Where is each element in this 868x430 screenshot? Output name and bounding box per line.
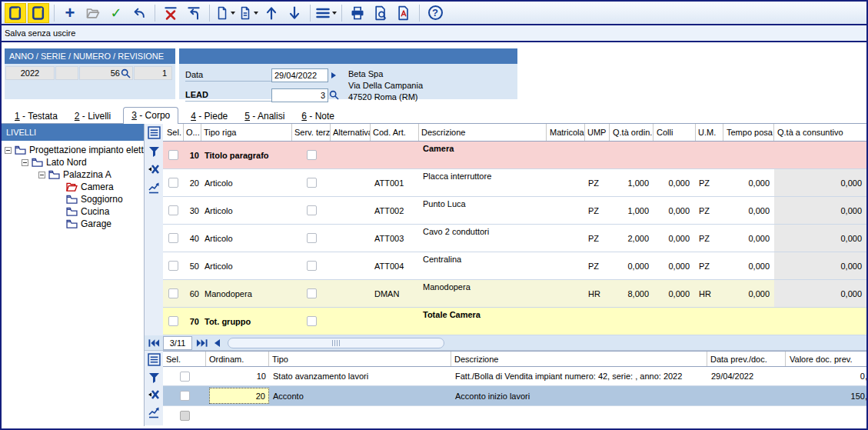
payments-grid: Sel. Ordinam. Tipo Descrizione Data prev… [163,351,868,425]
col-ord: O... [184,124,201,141]
tree-node-palazzina-a[interactable]: Palazzina A [2,168,144,181]
tree-node-garage[interactable]: Garage [2,218,144,230]
tab-analisi[interactable]: 5 - Analisi [240,109,289,123]
table-row[interactable]: 10 Stato avanzamento lavori Fatt./Bolla … [163,367,868,386]
add-button[interactable]: + [59,3,81,23]
serie-field[interactable] [55,66,78,80]
delete-button[interactable] [160,3,181,23]
ordinam-edit-cell[interactable]: 20 [209,388,269,404]
grid-list-button[interactable] [148,126,161,139]
table-row[interactable]: 40 Articolo ATT003 Cavo 2 conduttori PZ … [163,225,868,252]
new-document-menu-button[interactable] [215,3,236,23]
options-menu-button[interactable] [315,3,337,23]
chart-icon[interactable] [148,406,160,418]
numero-field[interactable]: 56 [79,66,133,80]
serv-terzi-checkbox[interactable] [307,205,317,215]
move-down-button[interactable] [284,3,305,23]
row-select-checkbox[interactable] [168,316,178,326]
tree-node-root[interactable]: Progettazione impianto elettri [2,144,144,156]
tree-node-label: Soggiorno [81,194,123,205]
col-tempo-posa: Tempo posa [723,124,774,141]
restore-button[interactable] [183,3,205,23]
serv-terzi-checkbox[interactable] [307,261,317,271]
table-row[interactable]: 70 Tot. gruppo Totale Camera [163,308,868,335]
data-input[interactable]: 29/04/2022 [271,68,328,82]
chart-icon[interactable] [148,182,160,194]
row-select-checkbox[interactable] [168,178,178,188]
numero-lookup-icon[interactable] [120,66,131,80]
horizontal-scrollbar[interactable] [228,338,444,348]
first-record-button[interactable] [145,336,163,350]
collapse-icon[interactable] [22,159,28,166]
document-key-title: ANNO / SERIE / NUMERO / REVISIONE [5,48,175,64]
tree-node-lato-nord[interactable]: Lato Nord [2,156,144,168]
tab-corpo[interactable]: 3 - Corpo [123,107,178,124]
tree-node-soggiorno[interactable]: Soggiorno [2,193,144,205]
anno-field[interactable]: 2022 [5,66,55,80]
row-select-checkbox[interactable] [180,372,190,382]
filter-icon[interactable] [148,372,160,383]
row-select-checkbox[interactable] [168,205,178,215]
table-row[interactable]: 60 Manodopera DMAN Manodopera HR 8,000 0… [163,280,868,308]
row-select-checkbox[interactable] [168,233,178,243]
serv-terzi-checkbox[interactable] [307,316,317,326]
toolbar-separator [209,5,210,22]
tab-livelli[interactable]: 2 - Livelli [70,109,115,123]
table-row[interactable]: 20 Articolo ATT001 Placca interruttore P… [163,169,868,197]
lead-lookup-icon[interactable] [328,88,339,102]
clear-filter-icon[interactable] [148,164,160,175]
undo-button[interactable] [128,3,150,23]
filter-icon[interactable] [148,146,160,157]
confirm-button[interactable]: ✓ [105,3,127,23]
customer-address: Beta Spa Via Della Campania 47520 Roma (… [348,68,423,99]
serv-terzi-checkbox[interactable] [307,150,317,160]
row-select-checkbox[interactable] [168,261,178,271]
pdf-export-button[interactable] [393,3,414,23]
table-row[interactable]: 50 Articolo ATT004 Centralina PZ 0,000 0… [163,252,868,280]
tree-node-cucina[interactable]: Cucina [2,205,144,218]
collapse-icon[interactable] [38,172,45,178]
tree-node-camera[interactable]: Camera [2,181,144,193]
serv-terzi-checkbox[interactable] [307,178,317,188]
scroll-left-button[interactable] [211,336,223,350]
serv-terzi-checkbox[interactable] [307,233,317,243]
save-icon [8,5,23,21]
save-panel-alt-button[interactable] [28,3,49,23]
main-grid-toolstrip [145,124,163,335]
row-select-checkbox[interactable] [180,391,190,401]
open-folder-button[interactable] [82,3,104,23]
move-up-button[interactable] [261,3,282,23]
table-row[interactable]: 10 Titolo paragrafo Camera [163,142,868,169]
row-select-checkbox[interactable] [168,288,178,298]
lead-input[interactable]: 3 [271,88,328,102]
data-label: Data [185,68,271,82]
toolbar-separator [341,5,342,22]
col-alternativa: Alternativa [331,124,371,141]
table-row[interactable]: 30 Articolo ATT002 Punto Luca PZ 1,000 0… [163,197,868,225]
help-button[interactable]: ? [424,3,446,23]
col-ordinam: Ordinam. [206,352,269,366]
tab-note[interactable]: 6 - Note [297,109,339,123]
last-record-button[interactable] [192,336,211,350]
tab-testata[interactable]: 1 - Testata [10,109,62,123]
table-row-selected[interactable]: 20 Acconto Acconto inizio lavori 150, [163,386,868,406]
date-picker-button[interactable] [328,68,339,82]
save-panel-button[interactable] [5,3,26,23]
delete-x-icon [163,5,178,21]
col-valore-doc-prev: Valore doc. prev. [786,352,868,366]
document-key-panel: ANNO / SERIE / NUMERO / REVISIONE 2022 5… [5,48,175,99]
print-preview-button[interactable] [370,3,391,23]
clear-filter-icon[interactable] [148,389,160,400]
table-row-empty[interactable] [163,406,868,425]
printer-icon [350,5,365,21]
grid-list-button[interactable] [148,353,161,366]
print-button[interactable] [347,3,368,23]
document-menu-button[interactable] [238,3,259,23]
tab-piede[interactable]: 4 - Piede [186,109,232,123]
serv-terzi-checkbox[interactable] [307,288,317,298]
row-select-checkbox[interactable] [168,150,178,160]
revisione-field[interactable]: 1 [134,66,172,80]
page-magnifier-icon [373,5,388,21]
collapse-icon[interactable] [5,147,12,154]
check-icon: ✓ [110,5,121,22]
